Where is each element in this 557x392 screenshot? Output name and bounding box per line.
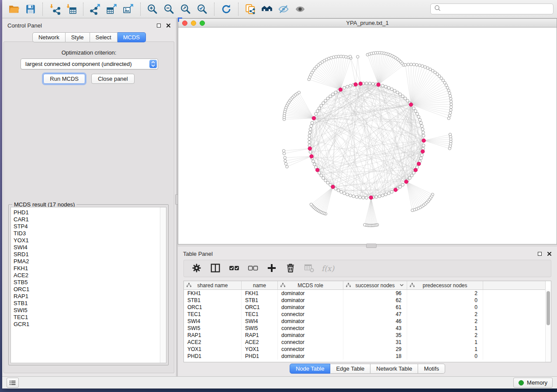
sort-desc-icon <box>400 284 404 286</box>
mcds-result-item[interactable]: SWI4 <box>14 244 157 251</box>
mcds-result-item[interactable]: STB1 <box>14 300 157 307</box>
control-panel-body: Optimization criterion: largest connecte… <box>3 41 174 373</box>
network-canvas[interactable] <box>178 28 557 244</box>
mcds-result-item[interactable]: SRD1 <box>14 251 157 258</box>
column-header-name[interactable]: name <box>242 281 278 289</box>
save-session-button[interactable] <box>23 2 38 17</box>
search-box[interactable] <box>430 3 554 14</box>
refresh-icon <box>221 3 232 15</box>
toolbar-separator <box>83 3 83 16</box>
mcds-result-item[interactable]: STB5 <box>14 279 157 286</box>
minimize-window-icon[interactable] <box>191 21 196 26</box>
optimization-criterion-select[interactable]: largest connected component (undirected) <box>21 58 158 69</box>
mcds-result-item[interactable]: CAR1 <box>14 216 157 223</box>
desktop-wallpaper: Control Panel NetworkStyleSelectMCDS Opt… <box>0 0 557 392</box>
show-all-button[interactable] <box>293 2 308 17</box>
search-input[interactable] <box>443 5 550 13</box>
cell-successor_nodes: 18 <box>343 353 407 360</box>
table-row[interactable]: FKH1FKH1dominator962 <box>184 290 551 297</box>
table-row[interactable]: SWI4SWI4dominator462 <box>184 318 551 325</box>
tab-network[interactable]: Network <box>32 32 66 42</box>
mcds-result-item[interactable]: FKH1 <box>14 265 157 272</box>
column-header-predecessor-nodes[interactable]: predecessor nodes <box>407 281 483 289</box>
mcds-result-item[interactable]: ORC1 <box>14 286 157 293</box>
tab-node-table[interactable]: Node Table <box>290 364 331 374</box>
import-table-button[interactable] <box>64 2 79 17</box>
mcds-result-item[interactable]: PMA2 <box>14 258 157 265</box>
mcds-result-item[interactable]: YOX1 <box>14 237 157 244</box>
first-neighbors-button[interactable] <box>259 2 274 17</box>
tab-motifs[interactable]: Motifs <box>418 364 445 374</box>
select-all-button[interactable] <box>226 261 242 276</box>
tab-mcds[interactable]: MCDS <box>118 32 146 42</box>
status-bar: Memory <box>2 376 557 389</box>
network-window-titlebar[interactable]: YPA_prune.txt_1 <box>178 18 557 28</box>
column-header-successor-nodes[interactable]: successor nodes <box>343 281 407 289</box>
network-window-title: YPA_prune.txt_1 <box>178 20 557 26</box>
control-panel-close-button[interactable] <box>166 23 171 28</box>
export-image-button[interactable] <box>121 2 136 17</box>
mcds-result-list[interactable]: PHD1CAR1STP4TID3YOX1SWI4SRD1PMA2FKH1ACE2… <box>10 207 166 363</box>
export-network-button[interactable] <box>88 2 103 17</box>
run-mcds-button[interactable]: Run MCDS <box>43 74 85 84</box>
table-row[interactable]: RAP1RAP1dominator352 <box>184 332 551 339</box>
zoom-fit-button[interactable] <box>178 2 193 17</box>
close-panel-button[interactable]: Close panel <box>91 74 135 84</box>
export-network-icon <box>90 3 101 15</box>
deselect-all-button[interactable] <box>245 261 261 276</box>
table-row[interactable]: YOX1YOX1connector291 <box>184 346 551 353</box>
network-graph[interactable] <box>178 28 557 244</box>
cell-shared_name: STB1 <box>184 297 242 304</box>
zoom-out-button[interactable] <box>162 2 176 17</box>
tab-select[interactable]: Select <box>90 32 118 42</box>
import-table-icon <box>66 3 77 15</box>
table-panel-float-button[interactable] <box>537 251 542 256</box>
import-network-button[interactable] <box>47 2 62 17</box>
tab-edge-table[interactable]: Edge Table <box>330 364 370 374</box>
mcds-result-item[interactable]: TID3 <box>14 230 157 237</box>
column-header-shared-name[interactable]: shared name <box>184 281 242 289</box>
mcds-result-item[interactable]: STP4 <box>14 223 157 230</box>
optimization-criterion-label: Optimization criterion: <box>4 49 174 56</box>
mcds-result-item[interactable]: ACE2 <box>14 272 157 279</box>
cell-mcds_role: dominator <box>278 297 343 304</box>
column-header-MCDS-role[interactable]: MCDS role <box>278 281 343 289</box>
memory-button[interactable]: Memory <box>513 378 553 388</box>
open-file-button[interactable] <box>7 2 21 17</box>
column-layout-button[interactable] <box>207 261 223 276</box>
close-window-icon[interactable] <box>182 21 187 26</box>
table-scrollbar-thumb[interactable] <box>547 291 550 325</box>
duplicate-network-button[interactable] <box>243 2 258 17</box>
mcds-result-item[interactable]: RAP1 <box>14 293 157 300</box>
table-row[interactable]: STB1STB1dominator620 <box>184 297 551 304</box>
graph-nodes[interactable] <box>282 52 453 227</box>
maximize-window-icon[interactable] <box>200 21 205 26</box>
mcds-result-item[interactable]: PHD1 <box>14 209 157 216</box>
mcds-result-item[interactable]: SWI5 <box>14 307 157 314</box>
mcds-result-item[interactable]: TEC1 <box>14 314 157 321</box>
cell-name: YOX1 <box>242 346 278 353</box>
selected-criterion-value: largest connected component (undirected) <box>21 61 149 67</box>
table-row[interactable]: ORC1ORC1dominator610 <box>184 304 551 311</box>
table-panel-close-button[interactable] <box>547 251 552 256</box>
mcds-list-scrollbar[interactable] <box>160 207 166 363</box>
settings-button[interactable] <box>188 261 204 276</box>
add-column-button[interactable] <box>263 261 280 276</box>
tab-style[interactable]: Style <box>66 32 90 42</box>
save-session-icon <box>25 3 36 15</box>
hide-selected-button[interactable] <box>276 2 291 17</box>
table-row[interactable]: ACE2ACE2connector311 <box>184 339 551 346</box>
mcds-result-item[interactable]: GCR1 <box>14 321 157 328</box>
table-row[interactable]: PHD1PHD1dominator180 <box>184 353 551 360</box>
task-history-button[interactable] <box>7 378 19 388</box>
table-row[interactable]: TEC1TEC1connector472 <box>184 311 551 318</box>
export-table-button[interactable] <box>104 2 119 17</box>
delete-column-button[interactable] <box>282 261 298 276</box>
tab-network-table[interactable]: Network Table <box>370 364 418 374</box>
zoom-selected-button[interactable] <box>195 2 210 17</box>
control-panel-float-button[interactable] <box>156 23 161 28</box>
refresh-button[interactable] <box>219 2 234 17</box>
table-row[interactable]: SWI5SWI5connector431 <box>184 325 551 332</box>
close-icon <box>547 252 551 256</box>
zoom-in-button[interactable] <box>145 2 160 17</box>
